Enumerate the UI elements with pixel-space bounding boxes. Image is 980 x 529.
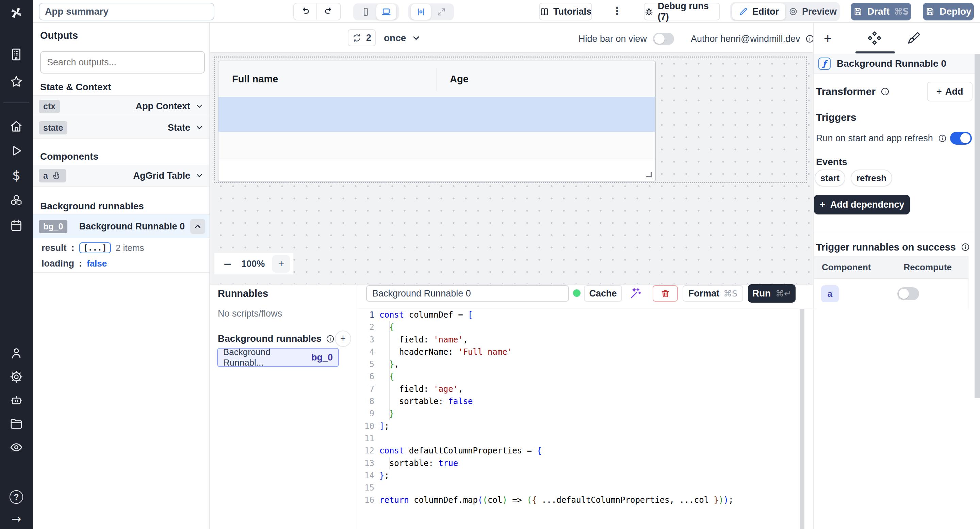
- runs-play-icon[interactable]: [9, 143, 24, 158]
- table-row-selected[interactable]: [218, 97, 655, 132]
- aggrid-table-component[interactable]: Full name Age: [218, 61, 656, 182]
- collapse-arrow-icon[interactable]: →: [9, 511, 24, 526]
- help-icon[interactable]: ?: [9, 489, 24, 505]
- run-button[interactable]: Run ⌘↵: [748, 284, 795, 303]
- redo-button[interactable]: [317, 3, 340, 20]
- tutorials-button[interactable]: Tutorials: [539, 3, 592, 21]
- code-line[interactable]: };: [379, 469, 733, 482]
- audit-eye-icon[interactable]: [9, 440, 24, 455]
- info-icon[interactable]: [880, 87, 890, 96]
- transformer-row: Transformer + Add: [816, 81, 972, 102]
- table-row[interactable]: [218, 160, 655, 182]
- windmill-logo[interactable]: [9, 5, 24, 21]
- zoom-in-button[interactable]: +: [272, 255, 290, 272]
- output-row-bg0[interactable]: bg_0 Background Runnable 0: [33, 215, 209, 238]
- code-line[interactable]: return columnDef.map((col) => ({ ...defa…: [379, 494, 733, 506]
- save-icon: [853, 7, 862, 16]
- code-lines[interactable]: const columnDef = [ { field: 'name', hea…: [379, 309, 733, 507]
- chevron-down-icon[interactable]: [195, 102, 204, 111]
- code-line[interactable]: const columnDef = [: [379, 309, 733, 321]
- add-background-runnable-button[interactable]: +: [335, 331, 351, 347]
- code-line[interactable]: [379, 432, 733, 445]
- resources-icon[interactable]: [9, 193, 24, 208]
- draft-button[interactable]: Draft ⌘S: [851, 3, 911, 21]
- recompute-toggle[interactable]: [897, 287, 919, 300]
- output-row-state[interactable]: state State: [33, 117, 209, 139]
- table-row[interactable]: [218, 132, 655, 160]
- settings-gear-icon[interactable]: [9, 369, 24, 384]
- result-expand-badge[interactable]: [...]: [79, 242, 111, 253]
- home-icon[interactable]: [9, 119, 24, 134]
- resize-handle[interactable]: [646, 172, 652, 177]
- right-panel-scrollbar[interactable]: [975, 54, 980, 398]
- add-label: Add: [945, 86, 963, 97]
- desktop-view-button[interactable]: [376, 4, 396, 20]
- delete-runnable-button[interactable]: [653, 285, 678, 301]
- component-a-chip[interactable]: a: [821, 285, 839, 302]
- table-col-fullname[interactable]: Full name: [232, 73, 278, 85]
- editor-scrollbar[interactable]: [800, 309, 804, 529]
- runnable-name-input[interactable]: [366, 285, 569, 301]
- cache-button[interactable]: Cache: [584, 285, 622, 301]
- run-on-start-toggle[interactable]: [950, 132, 972, 145]
- add-transformer-button[interactable]: + Add: [927, 82, 972, 102]
- background-runnable-item[interactable]: Background Runnabl... bg_0: [217, 348, 339, 367]
- info-icon[interactable]: [938, 134, 947, 143]
- code-line[interactable]: ];: [379, 420, 733, 432]
- schedules-calendar-icon[interactable]: [9, 218, 24, 233]
- more-menu-button[interactable]: ⋮: [612, 5, 623, 18]
- debug-runs-button[interactable]: Debug runs (7): [644, 3, 720, 21]
- user-icon[interactable]: [9, 346, 24, 361]
- undo-button[interactable]: [294, 3, 317, 20]
- refresh-count-box[interactable]: 2: [348, 29, 375, 46]
- pencil-icon: [739, 7, 748, 16]
- code-editor[interactable]: 12345678910111213141516 const columnDef …: [357, 309, 799, 529]
- variables-dollar-icon[interactable]: $: [9, 168, 24, 183]
- collapse-toggle-button[interactable]: [190, 219, 205, 234]
- styling-brush-tab-icon[interactable]: [906, 31, 921, 46]
- hide-bar-toggle[interactable]: [653, 33, 674, 45]
- component-settings-tab-icon[interactable]: [867, 30, 882, 46]
- insert-component-tab[interactable]: +: [824, 31, 832, 46]
- chevron-down-icon[interactable]: [195, 171, 204, 180]
- code-line[interactable]: sortable: false: [379, 395, 733, 408]
- folders-icon[interactable]: [9, 416, 24, 431]
- background-runnables-header: Background runnables +: [218, 330, 351, 347]
- ai-wand-icon[interactable]: [630, 287, 642, 300]
- info-icon[interactable]: [961, 242, 970, 252]
- code-line[interactable]: field: 'age',: [379, 383, 733, 395]
- preview-tab[interactable]: Preview: [788, 3, 838, 20]
- info-icon[interactable]: [326, 334, 335, 344]
- code-line[interactable]: sortable: true: [379, 457, 733, 469]
- table-col-age[interactable]: Age: [450, 73, 469, 85]
- code-line[interactable]: field: 'name',: [379, 334, 733, 346]
- mobile-view-button[interactable]: [356, 5, 375, 19]
- workers-robot-icon[interactable]: [9, 393, 24, 408]
- zoom-out-button[interactable]: −: [223, 258, 232, 270]
- center-layout-button[interactable]: [411, 4, 431, 20]
- code-line[interactable]: const defaultColumnProperties = {: [379, 445, 733, 457]
- code-line[interactable]: headerName: 'Full name': [379, 346, 733, 358]
- frequency-select[interactable]: once: [384, 31, 421, 45]
- redo-icon: [324, 6, 334, 17]
- table-col-divider[interactable]: [437, 68, 437, 91]
- fullscreen-layout-button[interactable]: [431, 5, 451, 19]
- workspace-icon[interactable]: [9, 47, 24, 62]
- add-dependency-button[interactable]: + Add dependency: [814, 195, 910, 215]
- code-line[interactable]: }: [379, 408, 733, 420]
- code-line[interactable]: },: [379, 358, 733, 370]
- search-outputs-input[interactable]: [40, 51, 205, 73]
- format-button[interactable]: Format ⌘S: [682, 285, 743, 301]
- table-header-row: Full name Age: [218, 61, 655, 97]
- code-line[interactable]: {: [379, 370, 733, 382]
- output-row-component-a[interactable]: a AgGrid Table: [33, 165, 209, 186]
- deploy-button[interactable]: Deploy: [923, 3, 974, 21]
- app-summary-input[interactable]: [39, 3, 215, 21]
- code-line[interactable]: {: [379, 321, 733, 333]
- favorites-star-icon[interactable]: [9, 74, 24, 89]
- code-line[interactable]: [379, 482, 733, 494]
- editor-tab[interactable]: Editor: [732, 3, 785, 20]
- events-title: Events: [816, 156, 847, 167]
- output-row-ctx[interactable]: ctx App Context: [33, 95, 209, 117]
- chevron-down-icon[interactable]: [195, 123, 204, 132]
